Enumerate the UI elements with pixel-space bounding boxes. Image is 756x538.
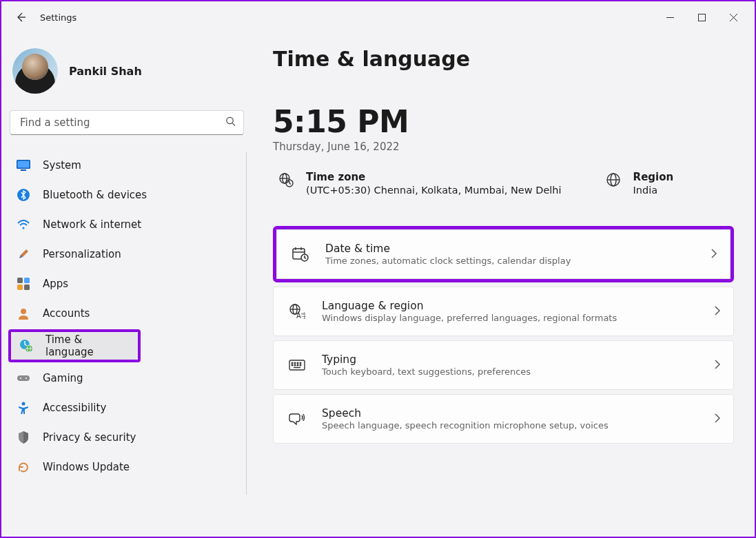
calendar-clock-icon [292,247,309,262]
back-button[interactable] [7,3,34,31]
sidebar-item-accessibility[interactable]: Accessibility [8,394,242,422]
main-content: Time & language 5:15 PM Thursday, June 1… [251,33,755,537]
card-speech[interactable]: Speech Speech language, speech recogniti… [273,394,734,444]
card-sub: Speech language, speech recognition micr… [322,420,697,431]
chevron-right-icon [714,359,721,372]
minimize-icon [666,14,674,21]
sidebar-item-bluetooth[interactable]: Bluetooth & devices [8,181,242,209]
svg-point-48 [300,364,301,366]
search-icon [225,116,236,130]
sidebar-item-label: Time & language [45,333,130,358]
minimize-button[interactable] [654,6,686,28]
current-date: Thursday, June 16, 2022 [273,141,734,153]
svg-point-45 [292,364,293,366]
close-button[interactable] [717,6,749,28]
region-label: Region [633,171,674,183]
svg-rect-13 [17,284,23,290]
card-title: Date & time [325,242,694,255]
sidebar-item-label: Apps [43,278,68,290]
user-name: Pankil Shah [69,65,142,78]
card-title: Speech [322,407,697,420]
maximize-icon [698,14,706,21]
svg-rect-11 [17,278,23,283]
apps-icon [17,277,30,291]
region-value: India [633,185,674,196]
card-title: Language & region [322,300,697,312]
svg-line-5 [232,123,235,126]
svg-point-21 [20,377,21,379]
gamepad-icon [17,371,30,385]
timezone-block: Time zone (UTC+05:30) Chennai, Kolkata, … [278,171,562,196]
language-region-icon: A字 [289,304,305,319]
card-date-time[interactable]: Date & time Time zones, automatic clock … [276,229,731,279]
sidebar-item-privacy[interactable]: Privacy & security [8,424,242,451]
svg-rect-20 [17,375,30,381]
keyboard-icon [289,360,305,371]
region-block: Region India [606,171,674,196]
sidebar-item-label: Gaming [43,372,83,384]
timezone-value: (UTC+05:30) Chennai, Kolkata, Mumbai, Ne… [306,185,562,196]
svg-rect-8 [21,169,26,171]
highlight-date-time: Date & time Time zones, automatic clock … [273,226,734,282]
sidebar-item-apps[interactable]: Apps [8,270,242,298]
display-icon [17,158,30,172]
update-icon [17,460,30,474]
svg-point-43 [297,362,298,364]
sidebar-item-network[interactable]: Network & internet [8,211,242,238]
wifi-icon [17,218,30,231]
svg-point-15 [21,309,26,314]
globe-icon [606,172,621,190]
card-sub: Touch keyboard, text suggestions, prefer… [322,366,697,377]
sidebar-item-accounts[interactable]: Accounts [8,300,242,327]
svg-point-10 [23,227,25,229]
shield-icon [17,431,30,444]
sidebar-item-system[interactable]: System [8,152,242,179]
svg-point-41 [292,362,293,364]
svg-rect-14 [24,284,30,290]
clock-globe-icon [19,339,33,353]
search-wrap [10,110,244,135]
paintbrush-icon [17,247,30,261]
nav: System Bluetooth & devices Network & int… [8,152,247,495]
avatar [12,48,58,94]
svg-rect-12 [24,278,30,283]
sidebar-item-gaming[interactable]: Gaming [8,364,242,392]
svg-point-4 [227,117,233,123]
sidebar-item-label: Accounts [43,307,90,320]
svg-point-44 [300,362,301,364]
sidebar-item-label: Network & internet [43,218,141,231]
info-row: Time zone (UTC+05:30) Chennai, Kolkata, … [273,171,734,196]
svg-point-47 [297,364,298,366]
sidebar: Pankil Shah System Bluetooth & devices N… [1,33,251,537]
timezone-icon [278,172,294,190]
accessibility-icon [17,401,30,415]
close-icon [730,14,737,21]
window-title: Settings [40,12,76,23]
maximize-button[interactable] [686,6,717,28]
sidebar-item-label: Personalization [43,248,121,260]
chevron-right-icon [714,413,721,426]
card-list: Date & time Time zones, automatic clock … [273,226,734,444]
sidebar-item-label: System [43,159,81,172]
search-input[interactable] [10,110,244,135]
sidebar-item-windows-update[interactable]: Windows Update [8,453,242,481]
sidebar-item-label: Privacy & security [43,431,136,444]
card-language-region[interactable]: A字 Language & region Windows display lan… [273,287,734,336]
sidebar-item-time-language[interactable]: Time & language [11,332,138,360]
svg-point-23 [22,402,25,406]
sidebar-item-personalization[interactable]: Personalization [8,240,242,268]
svg-point-22 [25,377,27,379]
person-icon [17,307,30,320]
speech-icon [289,412,305,426]
svg-rect-7 [18,161,30,168]
current-time: 5:15 PM [273,104,734,139]
svg-point-46 [294,364,296,366]
card-typing[interactable]: Typing Touch keyboard, text suggestions,… [273,340,734,390]
window-controls [654,6,749,28]
sidebar-item-label: Accessibility [43,402,106,414]
bluetooth-icon [17,188,30,202]
chevron-right-icon [711,248,717,261]
user-account-block[interactable]: Pankil Shah [8,39,247,110]
chevron-right-icon [714,305,721,318]
card-sub: Time zones, automatic clock settings, ca… [325,256,694,266]
